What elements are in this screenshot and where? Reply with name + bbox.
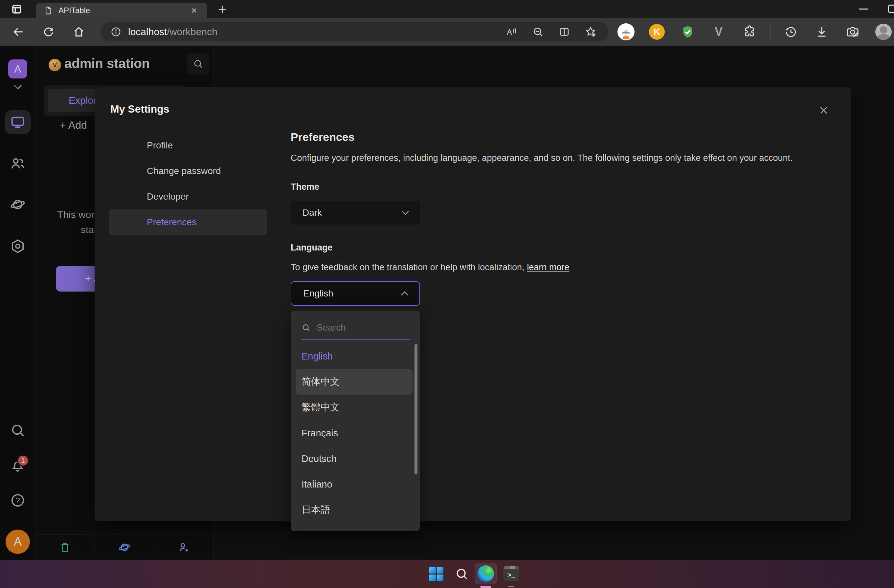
- back-icon[interactable]: [9, 23, 27, 41]
- workspace-title: admin station: [64, 56, 150, 71]
- workbench-monitor-icon: [10, 115, 25, 130]
- add-node-button[interactable]: + Add: [60, 119, 87, 131]
- read-aloud-icon[interactable]: A: [503, 23, 521, 41]
- tab-close-icon[interactable]: [189, 5, 200, 16]
- windows-start-icon: [429, 567, 443, 581]
- browser-toolbar: localhost/workbench A K: [0, 18, 894, 46]
- language-option-german[interactable]: Deutsch: [291, 446, 420, 472]
- vue-devtools-extension-icon[interactable]: V: [708, 21, 729, 42]
- taskbar-search-icon[interactable]: [453, 565, 470, 582]
- settings-nav: Profile Change password Developer Prefer…: [109, 133, 267, 235]
- taskbar-edge-button[interactable]: [475, 563, 497, 584]
- browser-profile-avatar[interactable]: [873, 21, 894, 42]
- templates-planet-icon[interactable]: [9, 196, 26, 213]
- language-value: English: [303, 288, 333, 299]
- language-option-english[interactable]: English: [291, 344, 420, 369]
- terminal-running-indicator: [509, 586, 514, 587]
- window-maximize-button[interactable]: [888, 5, 894, 13]
- new-tab-icon[interactable]: [215, 3, 230, 16]
- browser-tab[interactable]: APITable: [36, 3, 207, 18]
- avatar: [875, 24, 892, 40]
- language-help-text: To give feedback on the translation or h…: [291, 262, 569, 273]
- start-button[interactable]: [427, 565, 445, 582]
- favorite-add-icon[interactable]: [581, 23, 600, 41]
- window-minimize-button[interactable]: [853, 0, 874, 18]
- browser-tab-strip: APITable: [0, 0, 894, 18]
- history-icon[interactable]: [780, 21, 801, 42]
- detective-extension-icon[interactable]: [616, 21, 637, 42]
- windows-taskbar: >_: [0, 560, 894, 588]
- language-option-simplified-chinese[interactable]: 简体中文: [296, 369, 412, 395]
- workspace-avatar[interactable]: A: [8, 59, 27, 78]
- preferences-heading: Preferences: [291, 131, 355, 143]
- api-hexagon-icon[interactable]: [9, 238, 26, 255]
- language-option-japanese[interactable]: 日本語: [291, 497, 420, 523]
- dropdown-scrollbar[interactable]: [414, 344, 417, 474]
- language-dropdown: English 简体中文 繁體中文 Français Deutsch Itali…: [291, 311, 420, 531]
- zoom-out-icon[interactable]: [529, 23, 547, 41]
- nav-change-password[interactable]: Change password: [109, 158, 267, 184]
- contacts-people-icon[interactable]: [9, 155, 26, 172]
- dropdown-search[interactable]: [302, 318, 410, 337]
- help-question-icon[interactable]: ?: [9, 492, 26, 509]
- extensions-row: K V: [616, 21, 894, 42]
- split-screen-icon[interactable]: [555, 23, 574, 41]
- language-options: English 简体中文 繁體中文 Français Deutsch Itali…: [291, 344, 420, 523]
- terminal-titlebar: [503, 566, 519, 569]
- workspace-badge-icon: V: [48, 59, 61, 71]
- panel-bottom-bar: [35, 534, 213, 560]
- language-label: Language: [291, 243, 333, 253]
- taskbar-terminal-button[interactable]: >_: [503, 566, 519, 581]
- toolbar-divider: [770, 26, 770, 38]
- edge-icon: [477, 565, 494, 582]
- search-underline: [302, 339, 410, 340]
- my-settings-modal: My Settings Profile Change password Deve…: [95, 87, 851, 521]
- modal-close-icon[interactable]: [816, 103, 832, 118]
- modal-title: My Settings: [110, 103, 169, 115]
- address-bar[interactable]: localhost/workbench A: [101, 22, 608, 41]
- adguard-extension-icon[interactable]: [677, 21, 698, 42]
- search-icon: [302, 323, 311, 332]
- tab-title: APITable: [59, 6, 189, 15]
- nav-divider: [267, 131, 267, 512]
- minimize-icon: [859, 9, 868, 9]
- language-option-french[interactable]: Français: [291, 420, 420, 446]
- nav-developer[interactable]: Developer: [109, 184, 267, 210]
- chevron-down-icon: [400, 210, 410, 216]
- page-favicon-icon: [43, 6, 53, 15]
- workspace-notice-line1: This work: [57, 209, 99, 220]
- url-host: localhost: [128, 26, 167, 37]
- home-icon[interactable]: [69, 23, 88, 41]
- site-info-icon[interactable]: [110, 26, 122, 38]
- web-capture-icon[interactable]: [842, 21, 863, 42]
- extensions-puzzle-icon[interactable]: [739, 21, 760, 42]
- chevron-down-icon[interactable]: [12, 84, 23, 90]
- nav-preferences[interactable]: Preferences: [109, 210, 267, 235]
- preferences-description: Configure your preferences, including la…: [291, 153, 793, 163]
- nav-profile[interactable]: Profile: [109, 133, 267, 158]
- language-option-traditional-chinese[interactable]: 繁體中文: [291, 395, 420, 420]
- app-rail: A 1: [0, 46, 35, 560]
- keepass-extension-icon[interactable]: K: [646, 21, 667, 42]
- nav-workbench-active[interactable]: [5, 110, 31, 134]
- language-select[interactable]: English: [291, 281, 420, 306]
- edge-active-indicator: [480, 586, 491, 588]
- language-option-italian[interactable]: Italiano: [291, 472, 420, 497]
- search-input[interactable]: [317, 323, 396, 333]
- refresh-icon[interactable]: [39, 23, 58, 41]
- svg-text:A: A: [507, 27, 512, 36]
- theme-select[interactable]: Dark: [291, 201, 420, 225]
- theme-value: Dark: [302, 208, 322, 218]
- learn-more-link[interactable]: learn more: [527, 262, 569, 272]
- workspaces-icon[interactable]: [3, 2, 30, 17]
- user-avatar[interactable]: A: [6, 529, 30, 554]
- url-text[interactable]: localhost/workbench: [128, 26, 495, 38]
- trash-icon[interactable]: [35, 541, 95, 553]
- downloads-icon[interactable]: [811, 21, 832, 42]
- rail-search-icon[interactable]: [9, 422, 26, 439]
- url-path: /workbench: [167, 26, 217, 37]
- panel-search-button[interactable]: [187, 53, 209, 74]
- invite-member-icon[interactable]: [154, 541, 213, 553]
- screen: APITable localhost/workbench A: [0, 0, 894, 588]
- template-planet-button-icon[interactable]: [95, 541, 154, 553]
